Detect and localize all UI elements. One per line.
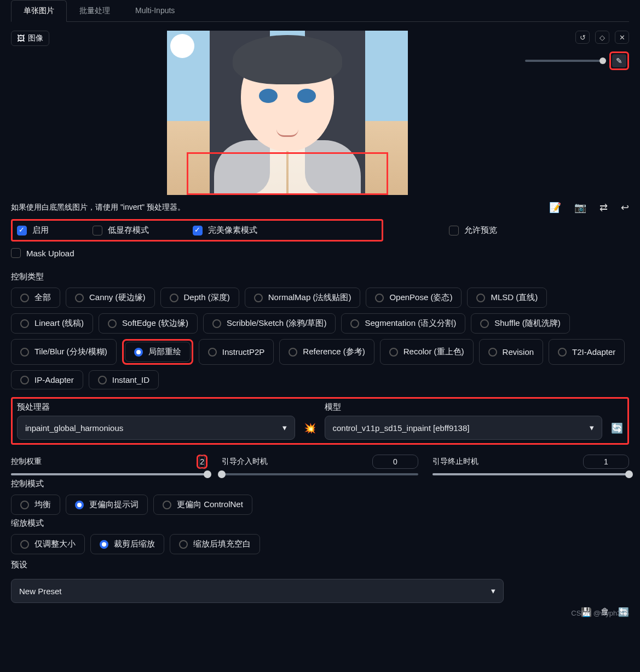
checkbox-lowvram[interactable]: 低显存模式 — [93, 225, 149, 236]
radio-dot-icon — [558, 348, 567, 357]
control-mode-option[interactable]: 更偏向提示词 — [66, 495, 148, 515]
control-type-option-label: MLSD (直线) — [491, 292, 538, 303]
start-label: 引导介入时机 — [222, 457, 268, 467]
resize-mode-option-label: 缩放后填充空白 — [193, 539, 251, 549]
resize-mode-option[interactable]: 缩放后填充空白 — [170, 534, 260, 554]
end-label: 引导终止时机 — [433, 457, 478, 467]
radio-dot-icon — [20, 376, 29, 384]
control-type-option[interactable]: 全部 — [11, 288, 60, 308]
control-type-option-label: Lineart (线稿) — [34, 318, 84, 329]
weight-value[interactable]: 2 — [199, 455, 205, 469]
checkbox-pixel-perfect[interactable]: 完美像素模式 — [193, 225, 257, 236]
radio-dot-icon — [20, 501, 29, 509]
control-type-option-label: Shuffle (随机洗牌) — [494, 318, 561, 329]
control-type-option[interactable]: NormalMap (法线贴图) — [245, 288, 361, 308]
send-back-icon[interactable]: ↩ — [621, 202, 629, 214]
control-type-option[interactable]: Segmentation (语义分割) — [341, 313, 465, 334]
preset-select[interactable]: New Preset ▾ — [11, 579, 504, 603]
radio-dot-icon — [208, 348, 217, 357]
radio-dot-icon — [20, 319, 29, 328]
checkbox-allow-preview[interactable]: 允许预览 — [449, 225, 497, 236]
control-type-option[interactable]: IP-Adapter — [11, 370, 83, 389]
control-type-option[interactable]: Instant_ID — [89, 370, 159, 389]
tab-multi-inputs[interactable]: Multi-Inputs — [123, 0, 187, 22]
end-value[interactable]: 1 — [583, 455, 629, 469]
control-type-option[interactable]: Lineart (线稿) — [11, 313, 93, 334]
start-slider[interactable] — [222, 473, 418, 475]
radio-dot-icon — [350, 319, 359, 328]
radio-dot-icon — [375, 294, 384, 302]
radio-dot-icon — [179, 540, 188, 549]
edit-icon[interactable]: 📝 — [549, 202, 561, 214]
control-type-option[interactable]: Tile/Blur (分块/模糊) — [11, 339, 117, 365]
brush-icon[interactable]: ✎ — [612, 54, 626, 67]
control-type-option-label: Revision — [503, 347, 534, 357]
start-value[interactable]: 0 — [372, 455, 418, 469]
preset-label: 预设 — [11, 554, 629, 576]
control-type-option[interactable]: MLSD (直线) — [467, 288, 547, 308]
tabs-bar: 单张图片 批量处理 Multi-Inputs — [11, 0, 629, 22]
control-type-option-label: InstructP2P — [222, 347, 265, 357]
radio-dot-icon — [100, 540, 108, 549]
control-type-option-label: IP-Adapter — [34, 375, 74, 384]
control-type-option[interactable]: Recolor (重上色) — [380, 339, 474, 365]
checkbox-mask-upload[interactable]: Mask Upload — [11, 248, 74, 258]
control-type-option[interactable]: Canny (硬边缘) — [66, 288, 155, 308]
control-type-option[interactable]: 局部重绘 — [125, 342, 191, 362]
control-type-option[interactable]: Shuffle (随机洗牌) — [471, 313, 570, 334]
resize-mode-option[interactable]: 裁剪后缩放 — [90, 534, 164, 554]
radio-dot-icon — [480, 319, 489, 328]
run-preprocessor-icon[interactable]: 💥 — [304, 422, 316, 434]
control-type-option[interactable]: Reference (参考) — [279, 339, 374, 365]
preprocessor-select[interactable]: inpaint_global_harmonious ▾ — [17, 416, 295, 440]
checkbox-enable[interactable]: 启用 — [17, 225, 49, 236]
control-type-option[interactable]: Revision — [479, 339, 544, 365]
end-slider[interactable] — [433, 473, 629, 475]
control-type-option[interactable]: T2I-Adapter — [549, 339, 625, 365]
radio-dot-icon — [20, 348, 29, 357]
control-mode-group: 均衡更偏向提示词更偏向 ControlNet — [11, 495, 629, 515]
weight-slider[interactable] — [11, 473, 207, 475]
radio-dot-icon — [170, 294, 178, 302]
resize-mode-option[interactable]: 仅调整大小 — [11, 534, 85, 554]
control-mode-option[interactable]: 更偏向 ControlNet — [153, 495, 252, 515]
preset-value: New Preset — [19, 587, 62, 596]
checkbox-lowvram-label: 低显存模式 — [108, 225, 149, 236]
control-type-option[interactable]: SoftEdge (软边缘) — [99, 313, 198, 334]
undo-icon[interactable]: ↺ — [575, 31, 590, 44]
preprocessor-label: 预处理器 — [17, 402, 295, 412]
control-mode-label: 控制模式 — [11, 475, 629, 495]
chevron-down-icon: ▾ — [590, 423, 594, 433]
radio-dot-icon — [134, 348, 143, 357]
image-tag[interactable]: 🖾 图像 — [11, 31, 49, 46]
tab-single-image[interactable]: 单张图片 — [11, 0, 67, 22]
control-type-option-label: Tile/Blur (分块/模糊) — [34, 347, 107, 357]
control-type-option[interactable]: OpenPose (姿态) — [366, 288, 462, 308]
chevron-down-icon: ▾ — [491, 586, 495, 596]
control-mode-option[interactable]: 均衡 — [11, 495, 60, 515]
radio-dot-icon — [289, 348, 297, 357]
erase-icon[interactable]: ◇ — [595, 31, 609, 44]
control-type-option[interactable]: InstructP2P — [199, 339, 274, 365]
swap-icon[interactable]: ⇄ — [599, 202, 608, 214]
resize-mode-label: 缩放模式 — [11, 515, 629, 534]
close-icon[interactable]: ✕ — [615, 31, 629, 44]
model-select[interactable]: control_v11p_sd15_inpaint [ebff9138] ▾ — [325, 416, 603, 440]
brush-button-highlight: ✎ — [609, 51, 629, 70]
control-type-option[interactable]: Depth (深度) — [160, 288, 239, 308]
input-image[interactable] — [167, 31, 408, 195]
radio-dot-icon — [20, 540, 29, 549]
camera-icon[interactable]: 📷 — [574, 202, 586, 214]
checkbox-mask-upload-label: Mask Upload — [26, 249, 74, 258]
image-tag-label: 图像 — [28, 33, 43, 43]
tab-batch[interactable]: 批量处理 — [67, 0, 123, 22]
radio-dot-icon — [389, 348, 398, 357]
checkbox-group-highlight: 启用 低显存模式 完美像素模式 — [11, 219, 383, 242]
refresh-models-icon[interactable]: 🔄 — [611, 422, 623, 434]
control-type-option-label: Segmentation (语义分割) — [365, 318, 456, 329]
control-type-option[interactable]: Scribble/Sketch (涂鸦/草图) — [203, 313, 336, 334]
radio-dot-icon — [488, 348, 497, 357]
hint-text: 如果使用白底黑线图片，请使用 "invert" 预处理器。 — [11, 203, 185, 212]
brush-size-slider[interactable] — [525, 60, 606, 62]
control-type-option-label: Depth (深度) — [184, 292, 230, 303]
